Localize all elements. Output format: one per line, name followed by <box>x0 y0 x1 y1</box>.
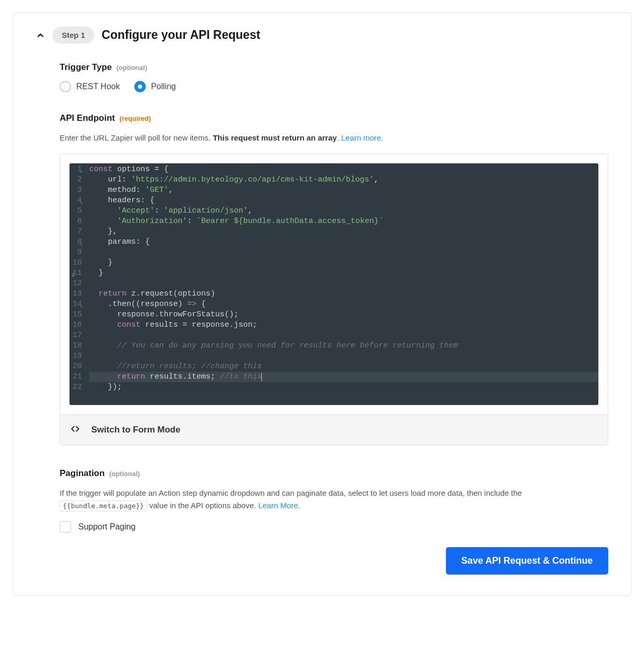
trigger-type-label: Trigger Type (optional) <box>60 62 608 73</box>
inline-code: {{bundle.meta.page}} <box>60 500 147 511</box>
code-gutter: 1▾234▾5678▾91011i121314▾1516171819202122 <box>69 163 86 393</box>
api-endpoint-label: API Endpoint (required) <box>60 113 608 123</box>
radio-rest-hook-label: REST Hook <box>76 82 120 91</box>
learn-more-link[interactable]: Learn more <box>341 133 381 142</box>
radio-icon <box>60 81 71 92</box>
api-endpoint-section: API Endpoint (required) Enter the URL Za… <box>60 113 608 445</box>
learn-more-link[interactable]: Learn More <box>258 501 298 510</box>
code-body[interactable]: const options = { url: 'https://admin.by… <box>86 163 598 393</box>
page-title: Configure your API Request <box>102 28 260 42</box>
radio-polling[interactable]: Polling <box>134 81 176 92</box>
radio-polling-label: Polling <box>151 82 176 91</box>
chevron-up-icon[interactable] <box>36 31 45 40</box>
optional-badge: (optional) <box>117 64 147 72</box>
switch-form-mode-button[interactable]: Switch to Form Mode <box>60 414 608 445</box>
step-badge: Step 1 <box>52 26 94 44</box>
switch-form-mode-label: Switch to Form Mode <box>91 425 180 435</box>
code-card: 1▾234▾5678▾91011i121314▾1516171819202122… <box>60 153 608 445</box>
code-editor[interactable]: 1▾234▾5678▾91011i121314▾1516171819202122… <box>69 163 598 405</box>
radio-rest-hook[interactable]: REST Hook <box>60 81 120 92</box>
save-button[interactable]: Save API Request & Continue <box>446 547 608 575</box>
api-endpoint-description: Enter the URL Zapier will poll for new i… <box>60 132 608 144</box>
pagination-section: Pagination (optional) If the trigger wil… <box>60 468 608 533</box>
required-badge: (required) <box>119 115 151 122</box>
support-paging-checkbox[interactable] <box>60 521 71 533</box>
step-card: Step 1 Configure your API Request Trigge… <box>12 12 632 596</box>
radio-icon <box>134 81 146 92</box>
step-header: Step 1 Configure your API Request <box>36 26 608 44</box>
code-icon <box>71 424 80 436</box>
support-paging-label: Support Paging <box>78 522 135 532</box>
pagination-description: If the trigger will populate an Action s… <box>60 487 608 512</box>
optional-badge: (optional) <box>109 470 140 478</box>
footer-row: Save API Request & Continue <box>60 547 608 575</box>
trigger-type-section: Trigger Type (optional) REST Hook Pollin… <box>60 62 608 92</box>
pagination-label: Pagination (optional) <box>60 468 608 479</box>
